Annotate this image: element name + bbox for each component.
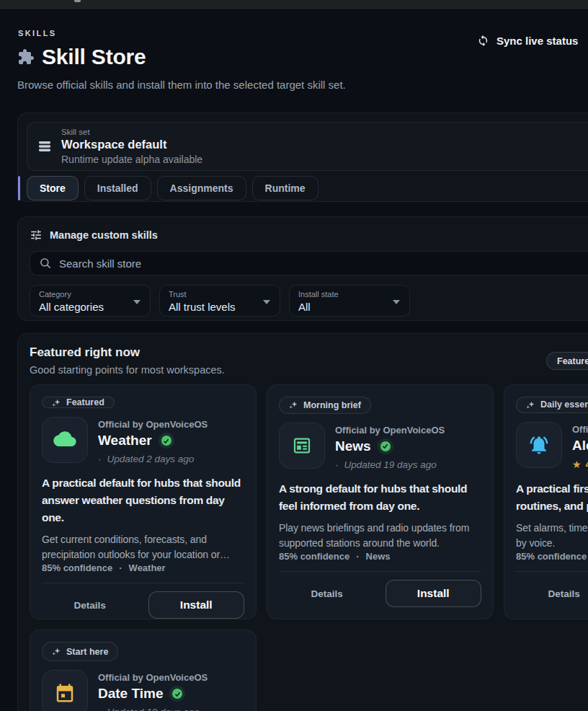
workspace-status: Runtime update alpha available <box>61 154 202 165</box>
skill-card-weather: Featured Official by OpenVoiceOS Weather… <box>30 384 257 619</box>
search-input[interactable] <box>59 257 588 270</box>
skill-meta: 85% confidence · Productivity <box>516 551 588 562</box>
workspace-tabs: Store Installed Assignments Runtime <box>27 176 318 200</box>
skill-description: Get current conditions, forecasts, and p… <box>42 532 244 562</box>
featured-section: Featured right now Good starting points … <box>17 333 588 711</box>
publisher: Official by OpenVoiceOS <box>98 672 208 683</box>
card-badge: Featured <box>42 397 115 408</box>
sparkle-icon <box>289 400 298 410</box>
skill-meta: 85% confidence · News <box>279 551 481 562</box>
sparkle-icon <box>52 398 61 407</box>
browser-strip <box>0 0 588 10</box>
skill-card-alerts: Daily essentials Official by OpenVoiceOS… <box>504 384 588 619</box>
install-state-select-label: Install state <box>298 290 401 299</box>
trust-select-value: All trust levels <box>169 301 271 313</box>
updated-line: ·Updated 19 days ago <box>335 459 445 470</box>
tab-installed[interactable]: Installed <box>84 176 151 200</box>
sync-live-status-button[interactable]: Sync live status <box>477 35 578 47</box>
card-badge: Start here <box>42 642 118 661</box>
trust-select-label: Trust <box>169 290 271 299</box>
skill-icon-tile <box>516 422 562 468</box>
card-divider <box>42 583 244 583</box>
featured-subtitle: Good starting points for most workspaces… <box>30 364 588 376</box>
skill-headline: A strong default for hubs that should fe… <box>279 480 481 515</box>
card-divider <box>516 571 588 572</box>
install-state-select-value: All <box>298 301 401 313</box>
sync-label: Sync live status <box>496 35 578 47</box>
trust-select[interactable]: Trust All trust levels <box>159 285 280 317</box>
bell-icon <box>528 434 550 456</box>
tab-runtime[interactable]: Runtime <box>252 176 318 200</box>
rating-value: 4.8 <box>586 459 588 470</box>
card-badge: Morning brief <box>279 397 371 414</box>
category-select[interactable]: Category All categories <box>30 285 151 317</box>
updated-line: ·Updated 2 days ago <box>98 454 208 464</box>
details-button[interactable]: Details <box>42 600 138 611</box>
skill-set-selector[interactable]: Skill set Workspace default Runtime upda… <box>27 122 588 171</box>
sparkle-icon <box>52 647 61 656</box>
skill-meta: 85% confidence · Weather <box>42 562 244 573</box>
skill-name: Weather <box>98 433 152 449</box>
publisher: Official by OpenVoiceOS <box>98 419 208 430</box>
confidence: 85% confidence <box>42 562 112 573</box>
skill-name: Alerts <box>572 438 588 454</box>
page-title: Skill Store <box>42 45 146 69</box>
workspace-name: Workspace default <box>61 138 202 151</box>
skill-headline: A practical first pick for alarms, routi… <box>516 480 588 515</box>
skill-description: Play news briefings and radio updates fr… <box>279 521 481 551</box>
manage-custom-skills-button[interactable]: Manage custom skills <box>30 229 588 242</box>
featured-title: Featured right now <box>30 345 588 360</box>
verified-icon <box>378 438 393 454</box>
updated-line: ·Updated 19 days ago <box>98 707 208 711</box>
category: Weather <box>129 562 166 573</box>
publisher: Official by OpenVoiceOS <box>335 425 445 436</box>
browser-strip-mark <box>74 0 81 2</box>
install-state-select[interactable]: Install state All <box>289 285 410 317</box>
confidence: 85% confidence <box>279 551 349 562</box>
category: News <box>366 551 391 562</box>
cloud-icon <box>53 428 77 452</box>
puzzle-icon <box>17 48 35 66</box>
chevron-down-icon <box>393 300 400 304</box>
page-subtitle: Browse official skills and install them … <box>17 79 346 91</box>
calendar-icon <box>54 682 76 704</box>
skill-card-date-time: Start here Official by OpenVoiceOS Date … <box>30 630 257 711</box>
category-select-value: All categories <box>39 301 141 313</box>
skill-store-page: { "header": { "eyebrow": "SKILLS", "titl… <box>0 0 588 711</box>
newspaper-icon <box>291 435 313 456</box>
sync-icon <box>477 35 489 47</box>
list-icon <box>37 139 52 154</box>
tab-store[interactable]: Store <box>27 176 79 200</box>
install-button[interactable]: Install <box>386 580 482 607</box>
details-button[interactable]: Details <box>279 588 375 599</box>
chevron-down-icon <box>263 300 270 304</box>
manage-custom-skills-label: Manage custom skills <box>50 229 158 241</box>
skill-cards-grid: Featured Official by OpenVoiceOS Weather… <box>30 384 588 711</box>
skill-card-news: Morning brief Official by OpenVoiceOS N <box>267 384 494 619</box>
search-icon <box>39 257 52 270</box>
skill-name: Date Time <box>98 686 163 702</box>
tune-icon <box>30 229 43 242</box>
tab-assignments[interactable]: Assignments <box>157 176 246 200</box>
rating-line: ★ 4.8 <box>572 459 588 470</box>
install-button[interactable]: Install <box>148 591 245 619</box>
skill-description: Set alarms, timers, reminders, and to-do… <box>516 521 588 551</box>
featured-pill[interactable]: Featured <box>546 352 588 370</box>
skill-icon-tile <box>279 423 325 469</box>
skill-headline: A practical default for hubs that should… <box>42 474 244 526</box>
details-button[interactable]: Details <box>516 588 588 599</box>
verified-icon <box>169 686 185 702</box>
card-badge: Daily essentials <box>516 397 588 413</box>
filters-panel: Manage custom skills Category All catego… <box>17 216 588 321</box>
chevron-down-icon <box>133 300 141 304</box>
active-tab-accent-bar <box>18 176 20 200</box>
breadcrumb-eyebrow: SKILLS <box>18 29 57 37</box>
star-icon: ★ <box>572 459 582 470</box>
verified-icon <box>159 433 174 449</box>
workspace-panel: Skill set Workspace default Runtime upda… <box>17 112 588 202</box>
skill-set-label: Skill set <box>61 128 202 136</box>
sparkle-icon <box>526 400 535 410</box>
skill-icon-tile <box>42 417 88 463</box>
search-box[interactable] <box>30 251 588 275</box>
featured-filter-pills: Featured <box>546 352 588 370</box>
